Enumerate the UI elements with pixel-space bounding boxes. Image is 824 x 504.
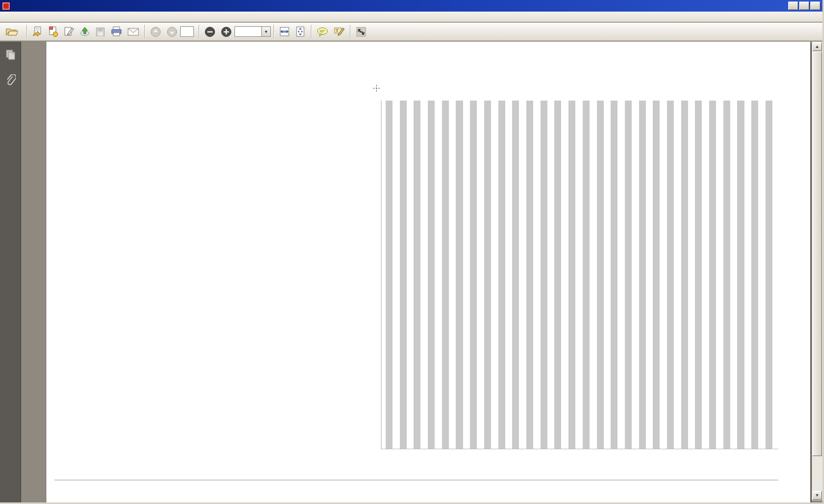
close-button[interactable]: [810, 2, 820, 10]
fullscreen-button[interactable]: [353, 24, 369, 39]
zoom-out-icon: [204, 26, 215, 37]
toolbar-separator: [199, 25, 199, 38]
toolbar-separator: [311, 25, 311, 38]
cloud-upload-icon: [80, 26, 90, 37]
scroll-down-button[interactable]: ▼: [812, 491, 822, 500]
scroll-up-button[interactable]: ▲: [812, 42, 822, 51]
footer-rule: [54, 480, 778, 480]
svg-text:T: T: [336, 28, 339, 33]
toolbar-separator: [26, 25, 27, 38]
fit-page-icon: [295, 26, 306, 37]
envelope-icon: [127, 27, 139, 36]
minimize-button[interactable]: [788, 2, 798, 10]
fit-width-icon: [279, 26, 290, 37]
adobe-reader-window: ▼ T: [0, 0, 824, 504]
table-splitter-icon: [373, 85, 380, 92]
print-button[interactable]: [108, 24, 125, 39]
create-pdf-icon: [48, 26, 58, 37]
export-pdf-button[interactable]: [30, 24, 45, 39]
navigation-sidebar: [0, 42, 21, 502]
next-page-button[interactable]: [164, 24, 180, 39]
open-folder-icon: [6, 27, 18, 36]
fit-page-button[interactable]: [292, 24, 308, 39]
vertical-scrollbar[interactable]: ▲ ▼: [812, 42, 822, 500]
maximize-button[interactable]: [799, 2, 809, 10]
attachments-paperclip-icon[interactable]: [5, 74, 16, 86]
pdf-app-icon: [2, 2, 10, 10]
fit-width-button[interactable]: [277, 24, 292, 39]
save-floppy-icon: [95, 27, 105, 37]
print-icon: [111, 26, 122, 37]
toolbar: ▼ T: [0, 23, 822, 41]
scrollbar-thumb[interactable]: [812, 52, 822, 456]
gantt-chart: [381, 101, 778, 449]
toolbar-separator: [350, 25, 350, 38]
highlight-text-icon: T: [333, 26, 345, 37]
previous-page-button[interactable]: [148, 24, 164, 39]
sign-document-button[interactable]: [61, 24, 77, 39]
sign-pen-icon: [64, 26, 74, 37]
email-button[interactable]: [125, 24, 142, 39]
fullscreen-icon: [356, 26, 367, 37]
page-down-icon: [166, 26, 178, 37]
comment-bubble-icon: [317, 27, 328, 37]
comment-note-button[interactable]: [314, 24, 331, 39]
menu-bar: [0, 12, 822, 22]
send-file-button[interactable]: [77, 24, 93, 39]
title-bar[interactable]: [0, 0, 822, 12]
zoom-level-input[interactable]: [234, 26, 262, 37]
zoom-dropdown-arrow[interactable]: ▼: [262, 26, 271, 37]
open-button[interactable]: [3, 24, 24, 39]
page-up-icon: [150, 26, 161, 37]
gantt-relationship-lines: [381, 101, 778, 449]
create-pdf-button[interactable]: [45, 24, 61, 39]
document-viewport[interactable]: [22, 42, 812, 502]
toolbar-separator: [144, 25, 145, 38]
toolbar-separator: [273, 25, 274, 38]
zoom-in-icon: [221, 26, 232, 37]
page-number-input[interactable]: [180, 26, 194, 37]
pdf-page: [46, 42, 810, 502]
zoom-out-button[interactable]: [202, 24, 218, 39]
export-page-icon: [32, 26, 43, 37]
page-thumbnails-icon[interactable]: [5, 49, 16, 61]
highlight-text-button[interactable]: T: [331, 24, 347, 39]
save-button[interactable]: [93, 24, 108, 39]
zoom-in-button[interactable]: [218, 24, 234, 39]
